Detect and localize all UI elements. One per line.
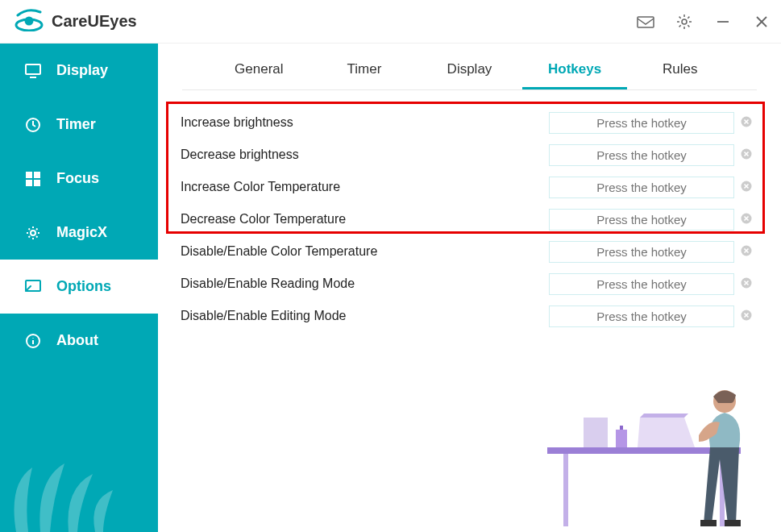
mail-icon[interactable] <box>626 0 665 44</box>
clear-icon[interactable] <box>734 116 758 130</box>
clear-icon[interactable] <box>734 310 758 323</box>
svg-rect-7 <box>26 64 40 74</box>
svg-rect-29 <box>584 418 608 447</box>
app-body: Display Timer Focus MagicX <box>0 44 781 532</box>
hotkey-label: Disable/Enable Editing Mode <box>181 309 549 323</box>
hotkey-row-tog-temp: Disable/Enable Color Temperature <box>181 235 758 268</box>
info-icon <box>24 333 42 349</box>
close-button[interactable] <box>742 0 781 44</box>
clear-icon[interactable] <box>734 245 758 259</box>
hotkey-row-dec-bright: Decrease brightness <box>181 139 758 171</box>
desk-illustration <box>523 322 781 532</box>
sidebar-item-label: Focus <box>56 170 99 187</box>
hotkey-input-inc-bright[interactable] <box>549 112 734 134</box>
hotkey-label: Increase Color Temperature <box>181 180 549 194</box>
clear-icon[interactable] <box>734 181 758 194</box>
sidebar-item-magicx[interactable]: MagicX <box>0 206 158 260</box>
hotkey-row-tog-edit: Disable/Enable Editing Mode <box>181 300 758 332</box>
hotkeys-content: Increase brightness Decrease brightness … <box>158 90 781 348</box>
display-icon <box>24 64 42 78</box>
tab-general[interactable]: General <box>206 53 312 89</box>
hotkey-label: Decrease Color Temperature <box>181 212 549 227</box>
svg-rect-28 <box>720 454 725 526</box>
hotkey-input-dec-bright[interactable] <box>549 144 734 166</box>
hotkey-input-tog-read[interactable] <box>549 273 734 295</box>
leaf-decoration <box>0 387 158 532</box>
svg-rect-26 <box>547 447 741 454</box>
svg-rect-12 <box>26 180 32 186</box>
svg-point-32 <box>713 390 736 413</box>
hotkey-label: Disable/Enable Reading Mode <box>181 276 549 291</box>
hotkey-label: Disable/Enable Color Temperature <box>181 244 549 259</box>
svg-rect-30 <box>616 430 627 447</box>
hotkey-input-tog-temp[interactable] <box>549 241 734 263</box>
focus-icon <box>24 172 42 186</box>
svg-rect-11 <box>34 172 40 178</box>
svg-point-3 <box>682 19 687 24</box>
sidebar: Display Timer Focus MagicX <box>0 44 158 532</box>
clear-icon[interactable] <box>734 148 758 162</box>
sidebar-item-focus[interactable]: Focus <box>0 152 158 206</box>
tab-bar: General Timer Display Hotkeys Rules <box>182 44 757 90</box>
app-title: CareUEyes <box>52 12 137 31</box>
svg-rect-31 <box>620 426 623 430</box>
hotkey-input-dec-temp[interactable] <box>549 209 734 231</box>
clear-icon[interactable] <box>734 277 758 291</box>
svg-point-1 <box>25 16 34 25</box>
svg-rect-10 <box>26 172 32 178</box>
hotkey-input-inc-temp[interactable] <box>549 177 734 198</box>
sidebar-item-label: MagicX <box>56 224 107 241</box>
tab-rules[interactable]: Rules <box>627 53 733 89</box>
svg-point-14 <box>31 231 35 235</box>
svg-rect-33 <box>700 520 717 526</box>
tab-hotkeys[interactable]: Hotkeys <box>522 53 628 89</box>
svg-rect-34 <box>725 520 741 526</box>
tab-display[interactable]: Display <box>417 53 522 89</box>
svg-rect-13 <box>34 180 40 186</box>
sidebar-item-label: Display <box>56 62 108 79</box>
sidebar-item-label: Options <box>56 278 111 295</box>
app-logo-icon <box>15 9 44 35</box>
clock-icon <box>24 117 42 133</box>
sidebar-item-label: About <box>56 332 98 349</box>
hotkey-input-tog-edit[interactable] <box>549 305 734 327</box>
hotkey-row-inc-bright: Increase brightness <box>181 106 758 139</box>
magic-icon <box>24 225 42 241</box>
hotkey-row-tog-read: Disable/Enable Reading Mode <box>181 268 758 300</box>
clear-icon[interactable] <box>734 213 758 227</box>
sidebar-item-about[interactable]: About <box>0 314 158 368</box>
settings-gear-icon[interactable] <box>665 0 704 44</box>
hotkey-label: Decrease brightness <box>181 148 549 162</box>
minimize-button[interactable] <box>704 0 742 44</box>
sidebar-item-display[interactable]: Display <box>0 44 158 98</box>
sidebar-item-label: Timer <box>56 116 96 133</box>
tab-timer[interactable]: Timer <box>312 53 418 89</box>
titlebar: CareUEyes <box>0 0 781 44</box>
sidebar-item-timer[interactable]: Timer <box>0 98 158 152</box>
svg-rect-27 <box>563 454 568 526</box>
svg-rect-2 <box>638 17 654 27</box>
hotkey-label: Increase brightness <box>181 115 549 130</box>
hotkey-row-dec-temp: Decrease Color Temperature <box>181 203 758 235</box>
options-icon <box>24 280 42 294</box>
sidebar-item-options[interactable]: Options <box>0 260 158 314</box>
main-panel: General Timer Display Hotkeys Rules Incr… <box>158 44 781 532</box>
app-window: CareUEyes Display <box>0 0 781 532</box>
hotkey-row-inc-temp: Increase Color Temperature <box>181 171 758 203</box>
